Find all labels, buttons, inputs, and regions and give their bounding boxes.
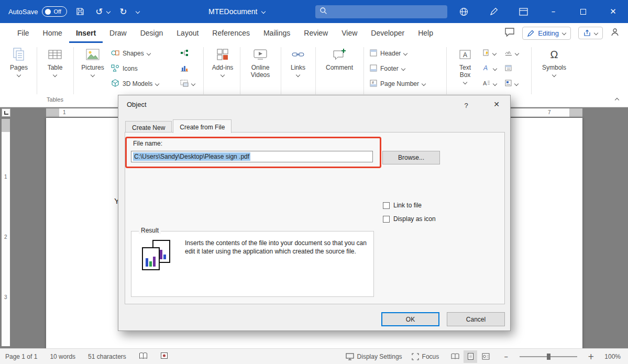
chevron-down-icon (91, 73, 95, 77)
pages-button[interactable]: Pages (5, 47, 32, 76)
presence-person-icon[interactable] (610, 28, 620, 38)
tab-review[interactable]: Review (297, 23, 335, 43)
proofing-icon[interactable] (139, 352, 148, 361)
vertical-ruler[interactable]: 1 2 3 (2, 119, 10, 346)
link-to-file-checkbox[interactable]: Link to file (383, 202, 422, 209)
print-layout-button[interactable] (464, 350, 477, 363)
page-number-button[interactable]: # Page Number (370, 78, 425, 90)
file-name-input[interactable]: C:\Users\Sandy\Desktop\Please sign .pdf (131, 151, 373, 162)
page-indicator[interactable]: Page 1 of 1 (5, 353, 37, 360)
save-icon[interactable] (74, 4, 86, 19)
display-as-icon-checkbox[interactable]: Display as icon (383, 215, 436, 223)
drop-cap-button[interactable]: A (483, 78, 497, 90)
checkbox-icon[interactable] (383, 202, 390, 209)
web-layout-button[interactable] (479, 350, 492, 363)
cancel-button[interactable]: Cancel (447, 312, 505, 326)
redo-icon[interactable]: ↻ (117, 4, 129, 19)
svg-text:#: # (372, 81, 374, 84)
editing-mode-button[interactable]: Editing (522, 27, 571, 40)
object-dialog: Object ? ✕ Create New Create from File F… (118, 95, 511, 331)
object-button[interactable] (505, 78, 518, 90)
pages-icon (13, 47, 25, 62)
header-button[interactable]: Header (370, 47, 407, 60)
tab-home[interactable]: Home (36, 23, 69, 43)
tab-layout[interactable]: Layout (170, 23, 205, 43)
search-icon (319, 7, 327, 17)
smartart-icon (180, 49, 189, 58)
chevron-down-icon (493, 67, 497, 71)
links-button[interactable]: Links (285, 47, 311, 76)
maximize-button[interactable] (568, 0, 598, 23)
tab-developer[interactable]: Developer (364, 23, 411, 43)
undo-icon[interactable]: ↺ (93, 4, 105, 19)
tab-design[interactable]: Design (134, 23, 170, 43)
signature-line-button[interactable] (505, 47, 519, 60)
table-button[interactable]: Table (41, 47, 69, 76)
date-time-button[interactable] (505, 62, 512, 75)
quick-parts-button[interactable] (483, 47, 496, 60)
icons-icon (111, 64, 119, 73)
collapse-ribbon-icon[interactable] (615, 98, 619, 102)
chart-button[interactable] (180, 62, 189, 75)
display-settings-button[interactable]: Display Settings (346, 353, 402, 360)
tab-insert[interactable]: Insert (69, 23, 103, 43)
close-button[interactable]: ✕ (598, 0, 628, 23)
text-box-button[interactable]: A Text Box (451, 47, 479, 84)
drop-cap-icon: A (483, 80, 490, 88)
object-icon (505, 80, 512, 88)
autosave-switch[interactable]: Off (42, 6, 67, 17)
shapes-button[interactable]: Shapes (111, 47, 150, 60)
focus-button[interactable]: Focus (412, 353, 439, 360)
zoom-out-button[interactable]: – (502, 352, 510, 361)
share-button[interactable] (578, 27, 603, 39)
wordart-button[interactable]: A (483, 62, 497, 75)
quick-access-chevron-icon[interactable] (136, 9, 140, 14)
tab-mailings[interactable]: Mailings (257, 23, 297, 43)
footer-button[interactable]: Footer (370, 62, 405, 75)
zoom-in-button[interactable]: + (587, 352, 595, 361)
comment-button[interactable]: Comment (321, 47, 358, 71)
quick-parts-icon (483, 49, 490, 58)
comments-icon[interactable] (504, 27, 515, 39)
tab-stop-selector[interactable] (2, 108, 10, 117)
globe-icon[interactable] (449, 0, 479, 23)
symbols-button[interactable]: Ω Symbols (539, 47, 569, 76)
add-ins-button[interactable]: Add-ins (210, 47, 236, 76)
3d-models-button[interactable]: 3D Models (111, 78, 159, 90)
online-videos-button[interactable]: Online Videos (244, 47, 277, 79)
dialog-close-button[interactable]: ✕ (485, 96, 508, 112)
character-count[interactable]: 51 characters (88, 353, 126, 360)
search-input[interactable] (315, 5, 447, 18)
ok-button[interactable]: OK (381, 312, 439, 326)
zoom-slider-handle[interactable] (547, 354, 550, 360)
browse-button[interactable]: Browse... (382, 151, 440, 164)
result-description: Inserts the contents of the file into yo… (185, 239, 367, 256)
icons-button[interactable]: Icons (111, 62, 138, 75)
zoom-slider[interactable] (520, 356, 577, 357)
screenshot-button[interactable] (180, 78, 195, 90)
tab-help[interactable]: Help (411, 23, 440, 43)
word-count[interactable]: 10 words (50, 353, 75, 360)
tab-draw[interactable]: Draw (103, 23, 134, 43)
checkbox-icon[interactable] (383, 216, 390, 223)
chevron-down-icon (191, 82, 195, 86)
tab-references[interactable]: References (205, 23, 257, 43)
minimize-button[interactable]: – (538, 0, 568, 23)
ribbon-display-options-icon[interactable] (509, 0, 538, 23)
comment-icon (333, 47, 346, 62)
chevron-down-icon (422, 82, 426, 86)
tab-view[interactable]: View (335, 23, 364, 43)
pictures-button[interactable]: Pictures (78, 47, 108, 76)
dialog-help-button[interactable]: ? (459, 100, 473, 111)
macro-record-icon[interactable] (160, 352, 168, 361)
zoom-level[interactable]: 100% (604, 353, 621, 360)
document-title: MTEDocument (208, 7, 257, 16)
pen-icon[interactable] (479, 0, 509, 23)
autosave-toggle[interactable]: AutoSave Off (8, 6, 67, 17)
document-title-menu[interactable]: MTEDocument (208, 0, 265, 23)
tab-create-from-file[interactable]: Create from File (173, 119, 232, 133)
tab-file[interactable]: File (10, 23, 36, 43)
chevron-down-icon[interactable] (106, 9, 111, 14)
smartart-button[interactable] (180, 47, 189, 60)
read-mode-button[interactable] (448, 350, 462, 363)
